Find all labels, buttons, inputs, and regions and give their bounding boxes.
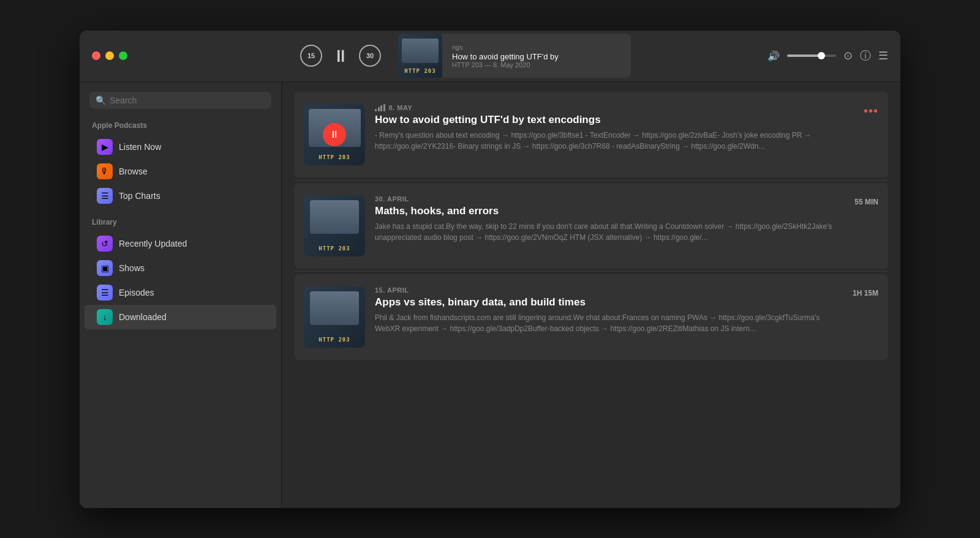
episode-thumbnail-1: HTTP 203 ⏸ xyxy=(304,104,365,165)
signal-bars-icon xyxy=(375,104,385,111)
skip-forward-label: 30 xyxy=(366,52,374,59)
sidebar-item-episodes[interactable]: ☰ Episodes xyxy=(85,280,276,305)
episode-duration-2: 55 MIN xyxy=(854,195,878,206)
episode-info-2: 30. APRIL Maths, hooks, and errors Jake … xyxy=(375,195,845,243)
sidebar-item-top-charts-label: Top Charts xyxy=(119,191,160,201)
episode-divider-1 xyxy=(294,180,888,181)
queue-list-icon[interactable]: ☰ xyxy=(878,49,888,62)
episode-card-1[interactable]: HTTP 203 ⏸ 8. MAY How to avoid xyxy=(294,92,888,177)
episode-title-3: Apps vs sites, binary data, and build ti… xyxy=(375,296,843,308)
episode-description-3: Phil & Jack from fishandscripts.com are … xyxy=(375,312,843,334)
episode-date-1: 8. MAY xyxy=(375,104,878,111)
search-icon: 🔍 xyxy=(96,95,106,105)
library-section-label: Library xyxy=(80,218,281,231)
episode-thumbnail-3: HTTP 203 xyxy=(304,286,365,348)
episode-date-2: 30. APRIL xyxy=(375,195,845,203)
sidebar-item-recently-updated[interactable]: ↺ Recently Updated xyxy=(85,231,276,256)
top-charts-icon: ☰ xyxy=(97,188,113,204)
sidebar-item-listen-now-label: Listen Now xyxy=(119,142,161,152)
skip-back-button[interactable]: 15 xyxy=(300,45,322,67)
search-input[interactable] xyxy=(110,95,265,105)
close-button[interactable] xyxy=(92,51,100,60)
episode-title-1: How to avoid getting UTF'd by text encod… xyxy=(375,114,878,126)
sidebar-item-browse-label: Browse xyxy=(119,166,148,176)
episode-info-1: 8. MAY How to avoid getting UTF'd by tex… xyxy=(375,104,878,152)
now-playing-info: ngs How to avoid getting UTF'd by HTTP 2… xyxy=(442,39,631,73)
info-icon[interactable]: ⓘ xyxy=(860,48,871,63)
episode-description-1: - Remy's question about text encoding → … xyxy=(375,130,878,152)
sidebar-item-downloaded-label: Downloaded xyxy=(119,312,167,322)
episode-info-3: 15. APRIL Apps vs sites, binary data, an… xyxy=(375,286,843,334)
sidebar-item-downloaded[interactable]: ↓ Downloaded xyxy=(85,305,276,329)
now-playing-meta: HTTP 203 — 8. May 2020 xyxy=(452,61,621,69)
sidebar-item-recently-updated-label: Recently Updated xyxy=(119,239,187,248)
sidebar-item-shows-label: Shows xyxy=(119,263,145,273)
airplay-icon[interactable]: ⊙ xyxy=(843,49,853,62)
traffic-lights xyxy=(80,51,127,60)
episode-card-2[interactable]: HTTP 203 30. APRIL Maths, hooks, and err… xyxy=(294,183,888,269)
maximize-button[interactable] xyxy=(119,51,127,60)
recently-updated-icon: ↺ xyxy=(97,236,113,252)
episode-divider-2 xyxy=(294,271,888,272)
listen-now-icon: ▶ xyxy=(97,139,113,155)
volume-fill xyxy=(787,54,819,57)
search-bar[interactable]: 🔍 xyxy=(89,92,271,109)
volume-slider[interactable] xyxy=(787,54,836,57)
now-playing-bar[interactable]: HTTP 203 ngs How to avoid getting UTF'd … xyxy=(398,34,631,78)
player-right-controls: 🔊 ⊙ ⓘ ☰ xyxy=(767,48,900,63)
main-content: 🔍 Apple Podcasts ▶ Listen Now 🎙 Browse ☰… xyxy=(80,82,900,508)
sidebar-item-shows[interactable]: ▣ Shows xyxy=(85,256,276,280)
episode-duration-3: 1H 15M xyxy=(853,286,878,297)
downloaded-icon: ↓ xyxy=(97,309,113,325)
app-window: 15 ⏸ 30 HTTP 203 ngs How to avoid gettin… xyxy=(80,31,900,508)
volume-icon: 🔊 xyxy=(767,50,780,62)
now-playing-subtitle: ngs xyxy=(452,43,621,51)
episode-date-3: 15. APRIL xyxy=(375,286,843,294)
episode-thumbnail-2: HTTP 203 xyxy=(304,195,365,256)
minimize-button[interactable] xyxy=(105,51,114,60)
sidebar: 🔍 Apple Podcasts ▶ Listen Now 🎙 Browse ☰… xyxy=(80,82,282,508)
now-playing-thumbnail: HTTP 203 xyxy=(398,34,442,78)
episode-play-button-1[interactable]: ⏸ xyxy=(323,123,346,146)
episodes-panel: HTTP 203 ⏸ 8. MAY How to avoid xyxy=(282,82,900,508)
episode-card-3[interactable]: HTTP 203 15. APRIL Apps vs sites, binary… xyxy=(294,274,888,360)
episode-title-2: Maths, hooks, and errors xyxy=(375,205,845,217)
now-playing-thumb-label: HTTP 203 xyxy=(404,68,435,74)
play-pause-button[interactable]: ⏸ xyxy=(332,46,349,66)
skip-back-label: 15 xyxy=(307,52,315,59)
sidebar-item-episodes-label: Episodes xyxy=(119,288,154,297)
apple-podcasts-section-label: Apple Podcasts xyxy=(80,121,281,135)
titlebar: 15 ⏸ 30 HTTP 203 ngs How to avoid gettin… xyxy=(80,31,900,82)
skip-forward-button[interactable]: 30 xyxy=(359,45,381,67)
sidebar-item-listen-now[interactable]: ▶ Listen Now xyxy=(85,135,276,159)
sidebar-item-browse[interactable]: 🎙 Browse xyxy=(85,159,276,184)
now-playing-title: How to avoid getting UTF'd by xyxy=(452,52,621,61)
episodes-icon: ☰ xyxy=(97,285,113,301)
episode-description-2: Jake has a stupid cat.By the way, skip t… xyxy=(375,221,845,243)
shows-icon: ▣ xyxy=(97,260,113,276)
volume-thumb xyxy=(818,52,825,59)
player-controls: 15 ⏸ 30 HTTP 203 ngs How to avoid gettin… xyxy=(300,34,631,78)
episode-more-button-1[interactable]: ••• xyxy=(864,104,878,118)
browse-icon: 🎙 xyxy=(97,163,113,179)
sidebar-item-top-charts[interactable]: ☰ Top Charts xyxy=(85,184,276,208)
